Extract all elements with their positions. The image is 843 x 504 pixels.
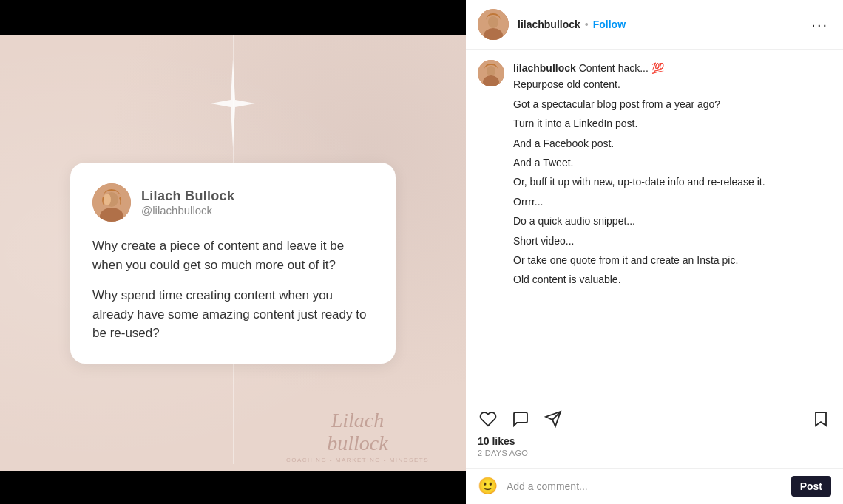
caption-body: Repurpose old content. Got a spectacular… [513, 76, 831, 287]
header-dot-separator: • [585, 18, 589, 30]
signature-text: Lilach bullock [286, 409, 429, 455]
black-bar-bottom [0, 471, 466, 504]
caption-line-10: Old content is valuable. [513, 271, 831, 287]
header-username: lilachbullock [518, 18, 580, 30]
comment-button[interactable] [510, 409, 531, 429]
share-button[interactable] [543, 409, 563, 429]
time-ago: 2 DAYS AGO [478, 449, 831, 457]
caption-line-2: Turn it into a LinkedIn post. [513, 115, 831, 132]
caption-username: lilachbullock [513, 62, 576, 74]
caption-area[interactable]: lilachbullock Content hack... 💯 Repurpos… [466, 50, 843, 401]
comment-input[interactable] [507, 480, 782, 492]
caption-avatar [478, 60, 504, 86]
card-avatar [92, 183, 131, 222]
header-avatar [478, 9, 509, 40]
caption-line-5: Or, buff it up with new, up-to-date info… [513, 174, 831, 190]
svg-point-3 [104, 194, 111, 205]
like-button[interactable] [478, 409, 498, 429]
card-header: Lilach Bullock @lilachbullock [92, 183, 373, 222]
svg-point-8 [487, 66, 495, 76]
quote-card: Lilach Bullock @lilachbullock Why create… [70, 163, 396, 364]
caption-line-7: Do a quick audio snippet... [513, 213, 831, 229]
post-image-panel: Lilach Bullock @lilachbullock Why create… [0, 0, 466, 504]
caption-line-0: Repurpose old content. [513, 76, 831, 92]
likes-count: 10 likes [478, 435, 831, 447]
caption-line-4: And a Tweet. [513, 154, 831, 171]
card-quote-text: Why create a piece of content and leave … [92, 236, 373, 343]
caption-line-6: Orrrr... [513, 194, 831, 210]
signature-subtitle: COACHING • MARKETING • MINDSETS [286, 457, 429, 463]
more-dots-icon: ··· [811, 16, 828, 33]
send-icon [544, 410, 562, 428]
post-detail-panel: lilachbullock • Follow ··· lilachbullock… [466, 0, 843, 504]
follow-button[interactable]: Follow [593, 18, 626, 30]
svg-point-5 [488, 16, 498, 28]
post-comment-button[interactable]: Post [791, 476, 831, 497]
post-header: lilachbullock • Follow ··· [466, 0, 843, 50]
caption-row: lilachbullock Content hack... 💯 Repurpos… [478, 60, 831, 291]
bookmark-icon [812, 410, 830, 428]
comment-icon [512, 410, 529, 428]
caption-line-1: Got a spectacular blog post from a year … [513, 96, 831, 112]
svg-marker-12 [816, 412, 826, 426]
caption-line-3: And a Facebook post. [513, 135, 831, 151]
heart-icon [479, 410, 497, 428]
emoji-button[interactable]: 🙂 [478, 477, 498, 496]
caption-line-8: Short video... [513, 233, 831, 249]
bookmark-button[interactable] [810, 409, 831, 429]
card-text-p1: Why create a piece of content and leave … [92, 236, 373, 274]
caption-content: lilachbullock Content hack... 💯 Repurpos… [513, 60, 831, 291]
emoji-icon: 🙂 [478, 477, 498, 495]
black-bar-top [0, 0, 466, 35]
caption-line-9: Or take one quote from it and create an … [513, 252, 831, 268]
card-handle: @lilachbullock [141, 204, 234, 217]
action-icons [478, 409, 831, 429]
more-options-button[interactable]: ··· [808, 13, 831, 36]
signature: Lilach bullock COACHING • MARKETING • MI… [286, 409, 429, 463]
card-display-name: Lilach Bullock [141, 188, 234, 204]
actions-bar: 10 likes 2 DAYS AGO [466, 401, 843, 468]
comment-input-row: 🙂 Post [466, 468, 843, 504]
star-decoration-icon [211, 59, 255, 148]
card-text-p2: Why spend time creating content when you… [92, 286, 373, 343]
card-user-info: Lilach Bullock @lilachbullock [141, 188, 234, 217]
caption-intro: Content hack... 💯 [579, 62, 664, 74]
